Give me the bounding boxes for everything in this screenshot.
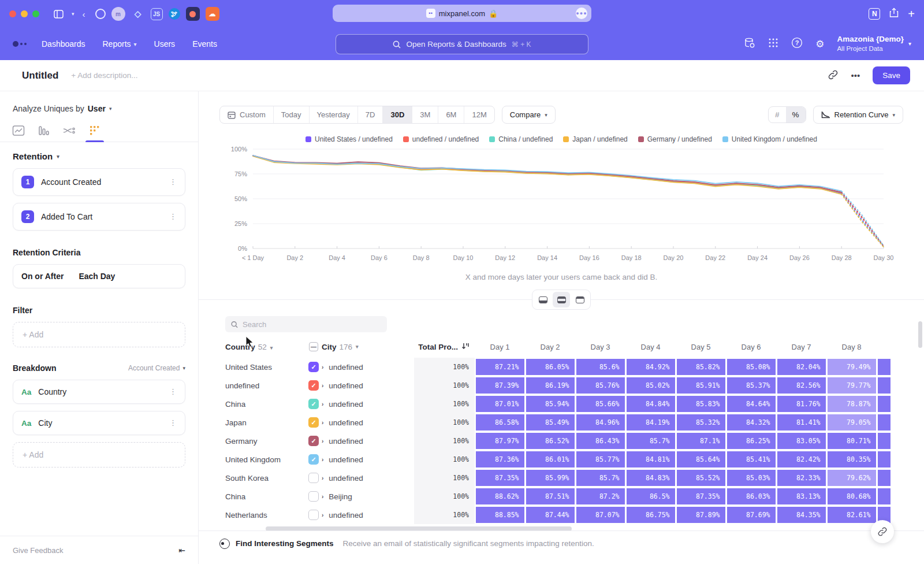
city-column-header[interactable]: City176▾	[322, 343, 414, 351]
series-checkbox[interactable]: ✓	[308, 454, 319, 465]
day-column-header[interactable]: Day 6	[726, 343, 776, 351]
settings-gear-icon[interactable]: ⚙	[815, 38, 824, 50]
day-column-header[interactable]: Day 5	[676, 343, 726, 351]
project-switcher[interactable]: Amazonia {Demo} All Project Data ▾	[837, 35, 911, 53]
series-checkbox[interactable]: ✓	[308, 417, 319, 428]
js-extension-icon[interactable]: JS	[151, 8, 163, 20]
range-12m[interactable]: 12M	[464, 106, 494, 123]
criteria-mode[interactable]: On or After	[21, 272, 64, 281]
expand-row-icon[interactable]: ›	[322, 383, 323, 389]
back-icon[interactable]: ‹	[83, 9, 85, 19]
minimize-window-button[interactable]	[21, 10, 28, 17]
chevron-down-icon[interactable]: ▾	[72, 11, 74, 17]
country-column-header[interactable]: Country52▾	[199, 343, 305, 351]
layout-split-button[interactable]	[553, 292, 570, 307]
share-icon[interactable]	[889, 8, 899, 20]
soundcloud-extension-icon[interactable]: ☁	[206, 7, 219, 21]
add-breakdown-button[interactable]: + Add	[13, 442, 185, 467]
ring-extension-icon[interactable]	[95, 9, 106, 19]
legend-item[interactable]: undefined / undefined	[403, 135, 479, 143]
expand-row-icon[interactable]: ›	[322, 457, 323, 463]
retention-section-label[interactable]: Retention	[13, 151, 53, 161]
window-controls[interactable]	[9, 10, 39, 17]
day-column-header[interactable]: Day 1	[475, 343, 525, 351]
day-column-header[interactable]: Day 2	[525, 343, 575, 351]
table-search-input[interactable]	[243, 320, 381, 329]
help-icon[interactable]: ?	[791, 37, 803, 51]
range-today[interactable]: Today	[274, 106, 310, 123]
expand-row-icon[interactable]: ›	[322, 475, 323, 481]
legend-item[interactable]: United States / undefined	[305, 135, 393, 143]
legend-item[interactable]: Germany / undefined	[638, 135, 712, 143]
expand-row-icon[interactable]: ›	[322, 364, 323, 370]
series-checkbox[interactable]: ✓	[308, 436, 319, 446]
range-custom[interactable]: Custom	[220, 106, 274, 123]
apps-grid-icon[interactable]	[768, 38, 778, 51]
range-7d[interactable]: 7D	[358, 106, 383, 123]
expand-row-icon[interactable]: ›	[322, 401, 323, 407]
more-options-icon[interactable]: •••	[851, 70, 860, 80]
day-column-header[interactable]: Day 3	[575, 343, 625, 351]
address-bar[interactable]: •• mixpanel.com 🔒 ●●●	[333, 5, 591, 22]
close-window-button[interactable]	[9, 10, 16, 17]
notion-icon[interactable]: N	[869, 8, 880, 20]
series-checkbox[interactable]: ✓	[308, 362, 319, 372]
legend-item[interactable]: China / undefined	[489, 135, 553, 143]
save-button[interactable]: Save	[873, 66, 910, 84]
give-feedback-link[interactable]: Give Feedback	[13, 546, 63, 555]
nav-item-events[interactable]: Events	[192, 39, 217, 49]
expand-row-icon[interactable]: ›	[322, 512, 323, 518]
expand-row-icon[interactable]: ›	[322, 494, 323, 500]
series-checkbox[interactable]	[308, 473, 319, 483]
share-link-fab[interactable]	[871, 520, 894, 543]
city-select-all-checkbox[interactable]: —	[309, 342, 318, 351]
tab-funnels[interactable]	[31, 121, 57, 142]
series-checkbox[interactable]	[308, 491, 319, 502]
range-yesterday[interactable]: Yesterday	[310, 106, 358, 123]
day-column-header[interactable]: Day 8	[826, 343, 877, 351]
range-3m[interactable]: 3M	[412, 106, 438, 123]
data-management-icon[interactable]	[744, 37, 755, 51]
kebab-menu-icon[interactable]: ⋮	[169, 391, 177, 394]
global-search[interactable]: Open Reports & Dashboards ⌘ + K	[336, 34, 588, 54]
vertical-scrollbar[interactable]	[918, 321, 922, 348]
extensions-badge-icon[interactable]: ●●●	[576, 8, 587, 19]
tab-insights[interactable]	[6, 121, 31, 142]
copy-link-icon[interactable]	[828, 70, 838, 81]
breakdown-card-city[interactable]: AaCity⋮	[13, 411, 185, 435]
nav-item-dashboards[interactable]: Dashboards	[42, 39, 85, 49]
avatar-extension-icon[interactable]: m	[111, 7, 125, 21]
event-card-2[interactable]: 2Added To Cart⋮	[13, 203, 185, 231]
expand-row-icon[interactable]: ›	[322, 420, 323, 426]
total-column-header[interactable]: Total Pro...	[414, 338, 475, 355]
kebab-menu-icon[interactable]: ⋮	[169, 216, 177, 218]
report-title[interactable]: Untitled	[22, 70, 58, 81]
tab-retention[interactable]	[82, 121, 107, 142]
event-card-1[interactable]: 1Account Created⋮	[13, 168, 185, 196]
day-column-header[interactable]: Day 7	[776, 343, 826, 351]
series-checkbox[interactable]: ✓	[308, 399, 319, 409]
breakdown-card-country[interactable]: AaCountry⋮	[13, 380, 185, 404]
compare-button[interactable]: Compare ▾	[502, 106, 556, 124]
range-30d[interactable]: 30D	[383, 106, 412, 123]
analyze-uniques-value[interactable]: User	[88, 104, 106, 113]
retention-criteria-card[interactable]: On or After Each Day	[13, 264, 185, 288]
criteria-interval[interactable]: Each Day	[79, 272, 115, 281]
maximize-window-button[interactable]	[32, 10, 39, 17]
layout-chart-only-button[interactable]	[534, 292, 552, 307]
tab-flows[interactable]	[57, 121, 82, 142]
breakdown-event-selector[interactable]: Account Created ▾	[128, 364, 185, 372]
sidebar-toggle-icon[interactable]	[54, 10, 64, 18]
unit-count-toggle[interactable]: #	[769, 107, 786, 123]
expand-row-icon[interactable]: ›	[322, 438, 323, 444]
table-search[interactable]	[225, 316, 387, 332]
cube-extension-icon[interactable]: ◇	[131, 7, 145, 21]
day-column-header[interactable]: Day 4	[625, 343, 676, 351]
kebab-menu-icon[interactable]: ⋮	[169, 422, 177, 425]
chart-type-selector[interactable]: Retention Curve ▾	[813, 106, 903, 124]
unit-percent-toggle[interactable]: %	[786, 107, 806, 123]
new-tab-icon[interactable]: +	[908, 8, 915, 21]
layout-table-only-button[interactable]	[571, 292, 588, 307]
legend-item[interactable]: Japan / undefined	[563, 135, 627, 143]
nav-item-users[interactable]: Users	[154, 39, 176, 49]
